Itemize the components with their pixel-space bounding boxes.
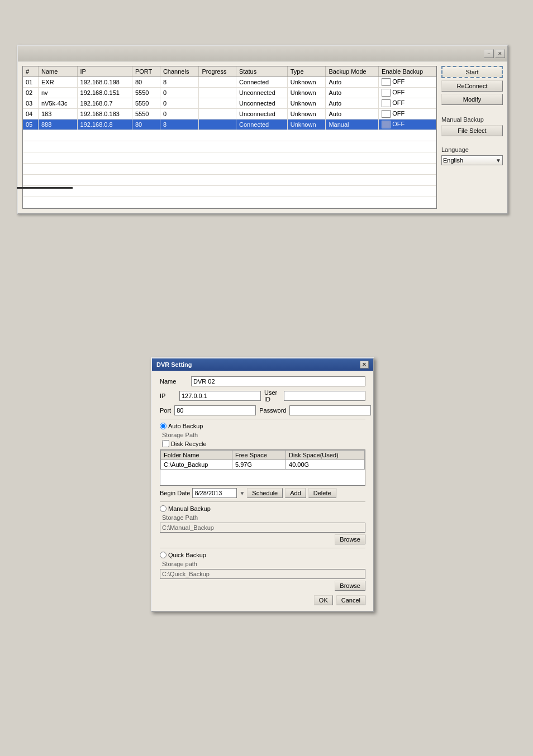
cell-ip: 192.168.0.198 [77,77,132,88]
ok-button[interactable]: OK [314,595,333,605]
cell-enable-backup: OFF [379,119,436,130]
add-button[interactable]: Add [285,488,306,498]
cell-enable-backup: OFF [379,88,436,98]
divider1 [160,419,365,419]
ip-input[interactable] [179,391,261,401]
quick-backup-radio[interactable] [160,552,166,558]
table-row-empty [23,197,436,208]
auto-backup-radio[interactable] [160,423,166,429]
cell-name: nv [39,88,78,98]
main-content: # Name IP PORT Channels Progress Status … [18,61,507,213]
auto-backup-radio-label[interactable]: Auto Backup [160,423,203,429]
cell-progress [199,88,236,98]
folder-used-space: 40.00G [286,460,365,470]
port-label: Port [160,407,171,414]
quick-backup-radio-label[interactable]: Quick Backup [160,552,206,558]
manual-path-input[interactable] [160,523,365,533]
table-row-empty [23,141,436,152]
cell-channels: 8 [160,119,199,130]
port-input[interactable] [174,405,256,415]
cell-enable-backup: OFF [379,109,436,119]
name-input[interactable] [191,376,365,386]
begin-date-input[interactable] [192,488,237,498]
col-header-port: PORT [132,66,160,77]
browse2-button[interactable]: Browse [335,581,365,591]
delete-button[interactable]: Delete [308,488,336,498]
close-button[interactable]: ✕ [495,49,505,58]
enable-checkbox[interactable] [382,89,391,97]
dvr-dialog-close-button[interactable]: ✕ [360,361,369,369]
main-titlebar: − ✕ [18,46,507,61]
schedule-button[interactable]: Schedule [247,488,283,498]
table-row-selected[interactable]: 05 888 192.168.0.8 80 8 Connected Unknow… [23,119,436,130]
reconnect-button[interactable]: ReConnect [441,80,503,92]
cell-ip: 192.168.0.151 [77,88,132,98]
language-select-wrapper: English Chinese Korean ▼ [441,155,503,165]
modify-button[interactable]: Modify [441,94,503,105]
table-row[interactable]: 03 nV5k-43c 192.168.0.7 5550 0 Unconnect… [23,98,436,109]
cell-progress [199,98,236,109]
table-row[interactable]: 02 nv 192.168.0.151 5550 0 Unconnected U… [23,88,436,98]
sidebar: Start ReConnect Modify Manual Backup Fil… [441,66,503,209]
file-select-button[interactable]: File Select [441,125,503,136]
dvr-dialog-titlebar: DVR Setting ✕ [152,358,373,371]
manual-browse-row: Browse [160,534,365,544]
language-select[interactable]: English Chinese Korean [441,155,503,165]
folder-table: Folder Name Free Space Disk Space(Used) … [160,450,365,470]
dvr-table-area: # Name IP PORT Channels Progress Status … [22,66,437,209]
enable-checkbox[interactable] [382,78,391,86]
cell-port: 80 [132,77,160,88]
start-button[interactable]: Start [441,66,503,78]
auto-storage-path-label: Storage Path [162,432,365,438]
auto-backup-row: Auto Backup [160,423,365,429]
enable-checkbox[interactable] [382,121,391,128]
dropdown-arrow-icon[interactable]: ▼ [239,490,245,496]
col-header-name: Name [39,66,78,77]
col-header-ip: IP [77,66,132,77]
cell-backup-mode: Auto [326,109,379,119]
col-header-num: # [23,66,39,77]
manual-backup-radio[interactable] [160,505,166,512]
port-password-row: Port Password [160,405,365,415]
name-label: Name [160,378,188,385]
cell-channels: 8 [160,77,199,88]
cell-port: 5550 [132,88,160,98]
cell-num: 02 [23,88,39,98]
divider3 [160,548,365,548]
table-row[interactable]: 01 EXR 192.168.0.198 80 8 Connected Unkn… [23,77,436,88]
enable-checkbox[interactable] [382,99,391,107]
underline-decoration [17,187,73,189]
password-input[interactable] [289,405,371,415]
col-header-status: Status [236,66,287,77]
col-header-channels: Channels [160,66,199,77]
cell-type: Unknown [287,119,326,130]
disk-recycle-label[interactable]: Disk Recycle [162,440,365,447]
browse1-button[interactable]: Browse [335,534,365,544]
disk-recycle-checkbox[interactable] [162,440,169,447]
col-header-progress: Progress [199,66,236,77]
folder-row[interactable]: C:\Auto_Backup 5.97G 40.00G [161,460,365,470]
main-window: − ✕ # Name IP PORT Channels Progress Sta… [17,45,508,214]
minimize-button[interactable]: − [484,49,494,58]
cell-name: nV5k-43c [39,98,78,109]
cell-channels: 0 [160,98,199,109]
enable-checkbox[interactable] [382,110,391,118]
col-header-backup-mode: Backup Mode [326,66,379,77]
dvr-dialog-content: Name IP User ID Port Password Auto Backu… [152,371,373,611]
cell-progress [199,109,236,119]
table-row[interactable]: 04 183 192.168.0.183 5550 0 Unconnected … [23,109,436,119]
cancel-button[interactable]: Cancel [336,595,365,605]
manual-backup-label: Manual Backup [441,116,503,123]
quick-path-input[interactable] [160,569,365,579]
manual-backup-radio-label[interactable]: Manual Backup [160,505,211,512]
cell-type: Unknown [287,98,326,109]
cell-status: Unconnected [236,88,287,98]
cell-backup-mode: Auto [326,88,379,98]
table-row-empty [23,130,436,141]
cell-port: 5550 [132,109,160,119]
user-id-input[interactable] [284,391,365,401]
disk-recycle-text: Disk Recycle [171,441,207,447]
begin-date-row: Begin Date ▼ Schedule Add Delete [160,488,365,498]
cell-progress [199,77,236,88]
cell-enable-backup: OFF [379,98,436,109]
